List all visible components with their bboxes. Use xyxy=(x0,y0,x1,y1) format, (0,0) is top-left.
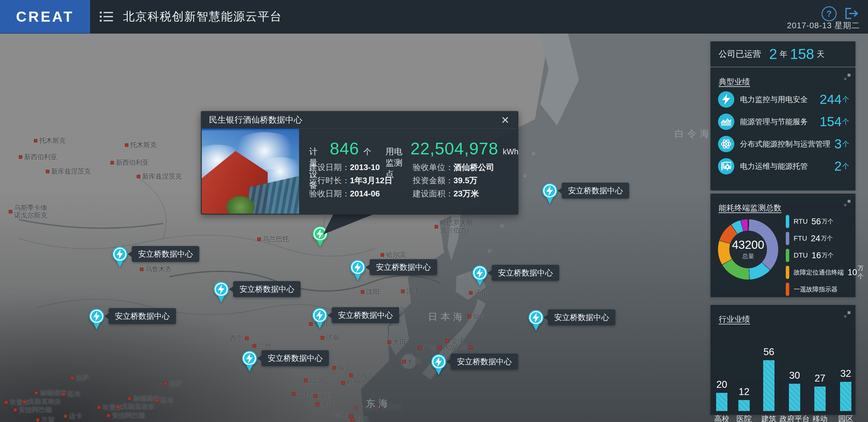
operation-years-unit: 年 xyxy=(780,49,788,59)
city-label: 清津 xyxy=(401,287,420,296)
page-title: 北京科税创新智慧能源云平台 xyxy=(123,0,282,33)
city-marker-icon xyxy=(418,346,422,350)
pin-label-bubble[interactable]: 安立桥数据中心 xyxy=(562,183,629,199)
popup-details-grid: 建设日期：2013-10运行时长：1年3月12日验收日期：2014-06验收单位… xyxy=(309,161,519,200)
city-marker-icon xyxy=(9,210,12,213)
stat-unit: kWh xyxy=(503,147,519,156)
detail-value: 酒仙桥公司 xyxy=(454,162,494,173)
data-center-pin-icon[interactable] xyxy=(311,307,328,329)
list-menu-icon[interactable] xyxy=(100,11,113,22)
expand-icon[interactable] xyxy=(844,311,850,318)
pin-label-bubble[interactable]: 安立桥数据中心 xyxy=(261,350,329,366)
typical-performance-panel: 典型业绩 电力监控与用电安全244个能源管理与节能服务154个分布式能源控制与运… xyxy=(710,67,856,190)
city-name: 仙台 xyxy=(473,312,486,321)
city-label: 达卡 xyxy=(64,412,82,420)
city-name: 安拉阿巴德 xyxy=(112,411,145,420)
data-center-pin-icon[interactable] xyxy=(471,264,488,287)
city-marker-icon xyxy=(349,374,353,377)
city-marker-icon xyxy=(164,382,167,385)
popup-detail-row: 验收单位：酒仙桥公司 xyxy=(413,161,519,174)
pin-label-bubble[interactable]: 安立桥数据中心 xyxy=(451,354,518,369)
atom-icon xyxy=(718,136,734,152)
city-name: 新西伯利亚 xyxy=(24,153,57,161)
data-center-pin-icon[interactable] xyxy=(349,259,366,281)
bar-value-label: 32 xyxy=(832,368,860,379)
stat-value: 22,504,978 xyxy=(410,139,498,158)
city-marker-icon xyxy=(34,391,38,395)
city-marker-icon xyxy=(71,376,74,380)
legend-unit: 万个 xyxy=(822,251,834,259)
energy-wave-icon xyxy=(718,113,734,130)
city-label: 戈勒克布尔 xyxy=(116,402,154,411)
city-label: 武汉 xyxy=(304,376,322,385)
help-icon[interactable]: ? xyxy=(822,6,837,21)
city-name: 大田 xyxy=(393,337,406,346)
legend-color-bar xyxy=(786,215,789,228)
city-marker-icon xyxy=(125,143,128,147)
typical-item[interactable]: 分布式能源控制与运营管理3个 xyxy=(718,134,849,154)
city-marker-icon xyxy=(155,399,158,402)
city-name: 武汉 xyxy=(309,376,322,385)
pin-label-bubble[interactable]: 安立桥数据中心 xyxy=(108,308,176,324)
data-center-pin-icon[interactable] xyxy=(241,350,258,372)
pin-label-bubble[interactable]: 安立桥数据中心 xyxy=(332,307,399,323)
data-center-pin-icon[interactable] xyxy=(213,281,230,303)
bar-value-label: 27 xyxy=(806,373,834,384)
typical-item-label: 电力监控与用电安全 xyxy=(740,94,820,104)
typical-item[interactable]: 能源管理与节能服务154个 xyxy=(718,112,849,132)
logout-icon[interactable] xyxy=(845,7,859,20)
sea-label: 白令海 xyxy=(675,127,712,140)
city-name: 东海 xyxy=(366,397,391,410)
pin-label-bubble[interactable]: 安立桥数据中心 xyxy=(492,265,559,281)
close-icon[interactable]: ✕ xyxy=(499,114,512,127)
pin-label-bubble[interactable]: 安立桥数据中心 xyxy=(132,246,199,262)
data-center-pin-icon[interactable] xyxy=(541,182,558,204)
city-label: 廷布 xyxy=(62,390,81,398)
dashboard-root: 托木斯克新西伯利亚新库兹涅茨克托木斯克新西伯利亚新库兹涅茨克乌斯季卡缅诺戈尔斯克… xyxy=(0,0,868,422)
data-center-pin-icon[interactable] xyxy=(88,308,105,330)
selected-data-center-pin-icon[interactable] xyxy=(312,225,329,247)
pin-label-bubble[interactable]: 安立桥数据中心 xyxy=(233,281,301,297)
detail-label: 验收日期： xyxy=(309,188,350,199)
data-center-pin-icon[interactable] xyxy=(112,246,128,268)
city-marker-icon xyxy=(341,381,345,385)
typical-item[interactable]: 电力运维与能源托管2个 xyxy=(718,156,849,176)
bar-value-label: 12 xyxy=(730,386,758,397)
typical-item-label: 能源管理与节能服务 xyxy=(740,117,820,127)
data-center-pin-icon[interactable] xyxy=(528,309,545,331)
expand-icon[interactable] xyxy=(844,200,850,206)
city-marker-icon xyxy=(361,290,364,294)
city-label: 济南 xyxy=(321,333,339,342)
city-marker-icon xyxy=(62,392,66,396)
city-label: 拉萨 xyxy=(164,379,182,388)
detail-value: 23万米 xyxy=(454,188,479,199)
typical-item-label: 分布式能源控制与运营管理 xyxy=(740,139,834,149)
legend-item: 故障定位通信终端10万个 xyxy=(786,264,853,281)
typical-item[interactable]: 电力监控与用电安全244个 xyxy=(718,90,849,109)
expand-icon[interactable] xyxy=(844,74,850,80)
city-marker-icon xyxy=(107,414,110,417)
city-marker-icon xyxy=(388,340,391,344)
popup-title: 民生银行酒仙桥数据中心 xyxy=(201,114,302,126)
city-name: 广岛 xyxy=(423,343,436,352)
site-info-popup: 民生银行酒仙桥数据中心 ✕ 计量设备 846 个 用电监测点 22,504,97… xyxy=(201,111,519,215)
city-marker-icon xyxy=(116,405,120,409)
city-name: 拉萨 xyxy=(169,379,182,388)
legend-label: RTU xyxy=(794,218,808,226)
city-marker-icon xyxy=(304,379,308,382)
city-label: 乌鲁木齐 xyxy=(140,265,172,273)
pin-label-bubble[interactable]: 安立桥数据中心 xyxy=(370,259,437,275)
pin-label-bubble[interactable]: 安立桥数据中心 xyxy=(548,310,615,325)
city-name: 函馆 xyxy=(474,288,488,297)
detail-value: 2013-10 xyxy=(350,163,380,172)
city-marker-icon xyxy=(19,155,22,159)
city-marker-icon xyxy=(314,394,317,398)
popup-detail-row: 投资金额：39.5万 xyxy=(413,174,519,187)
city-label: 新西伯利亚 xyxy=(111,158,149,167)
city-name: 兰契 xyxy=(41,415,55,422)
typical-item-unit: 个 xyxy=(842,139,849,149)
stat-value: 846 xyxy=(330,139,359,158)
data-center-pin-icon[interactable] xyxy=(430,353,447,375)
city-marker-icon xyxy=(137,175,140,178)
stat-unit: 个 xyxy=(363,147,371,157)
